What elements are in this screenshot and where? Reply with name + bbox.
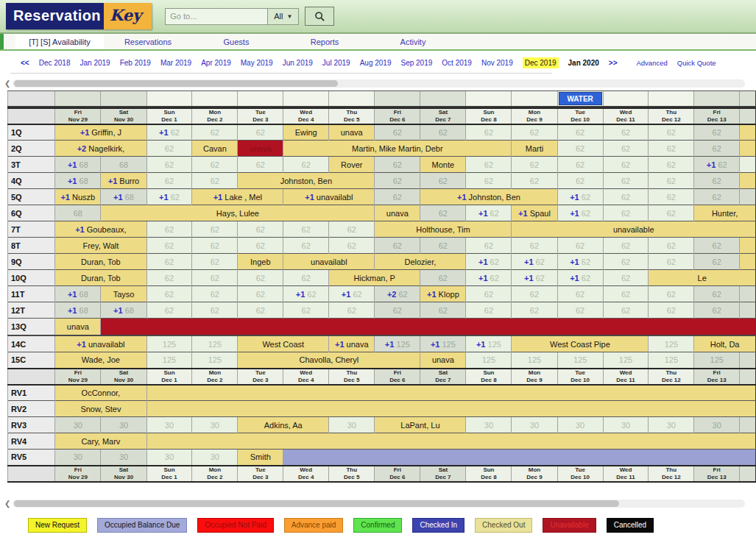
date-header-dec-13[interactable]: FriDec 13 [694, 108, 740, 124]
unit-label-14c[interactable]: 14C [8, 336, 55, 352]
date-header-dec-4[interactable]: WedDec 4 [283, 466, 329, 482]
rate-cell[interactable]: 62 [192, 302, 238, 319]
reservation-cell[interactable]: Cary, Marv [55, 433, 146, 450]
rate-cell[interactable]: 62 [420, 124, 466, 141]
reservation-cell[interactable]: +1 Burro [101, 173, 146, 189]
rate-cell[interactable]: 62 [146, 221, 192, 238]
date-header-dec-10[interactable]: TueDec 10 [557, 369, 603, 385]
rate-cell[interactable]: 62 [375, 189, 420, 205]
date-header-dec-3[interactable]: TueDec 3 [238, 108, 283, 124]
date-header-dec-7[interactable]: SatDec 7 [420, 466, 466, 482]
date-header-dec-9[interactable]: MonDec 9 [512, 466, 557, 482]
rate-cell[interactable]: 62 [466, 302, 512, 319]
reservation-cell[interactable]: +1 unavailabl [283, 189, 375, 205]
date-header-dec-7[interactable]: SatDec 7 [420, 108, 466, 124]
reservation-cell[interactable]: Rover [329, 157, 375, 173]
rate-cell[interactable]: 62 [238, 270, 283, 286]
date-header-dec-4[interactable]: WedDec 4 [283, 108, 329, 124]
unit-label-rv1[interactable]: RV1 [8, 385, 55, 401]
rate-cell[interactable]: 62 [649, 302, 694, 319]
rate-cell[interactable] [740, 157, 756, 173]
date-header-dec-6[interactable]: FriDec 6 [375, 466, 420, 482]
rate-cell[interactable]: 62 [192, 238, 238, 254]
rate-cell[interactable]: +1 125 [420, 336, 466, 352]
rate-cell[interactable]: 62 [466, 238, 512, 254]
rate-cell[interactable]: 62 [192, 173, 238, 189]
rate-cell[interactable]: 30 [55, 450, 101, 466]
rate-cell[interactable]: 62 [238, 238, 283, 254]
unit-label-11t[interactable]: 11T [8, 286, 55, 302]
rate-cell[interactable]: 62 [192, 124, 238, 141]
month-link-dec-2018[interactable]: Dec 2018 [39, 59, 71, 67]
date-header-dec-5[interactable]: ThuDec 5 [329, 466, 375, 482]
rate-cell[interactable]: 62 [649, 205, 694, 221]
rate-cell[interactable]: 62 [329, 221, 375, 238]
rate-cell[interactable]: 62 [466, 124, 512, 141]
rate-cell[interactable]: 62 [466, 286, 512, 302]
rate-cell[interactable]: 125 [649, 336, 694, 352]
reservation-cell[interactable]: West Coast Pipe [512, 336, 649, 352]
next-months-link[interactable]: >> [609, 59, 618, 67]
rate-cell[interactable]: 30 [466, 417, 512, 433]
unit-label-rv5[interactable]: RV5 [8, 450, 55, 466]
date-header-dec-5[interactable]: ThuDec 5 [329, 369, 375, 385]
reservation-cell[interactable]: West Coast [238, 336, 329, 352]
reservation-span[interactable] [740, 141, 756, 157]
rate-cell[interactable]: +1 62 [146, 189, 192, 205]
date-header-dec-3[interactable]: TueDec 3 [238, 369, 283, 385]
rate-cell[interactable]: +1 62 [466, 205, 512, 221]
date-header-dec-9[interactable]: MonDec 9 [512, 369, 557, 385]
search-input[interactable] [165, 8, 268, 25]
tab-t-s-availability[interactable]: [T] [S] Availability [15, 34, 104, 49]
date-header-dec-1[interactable]: SunDec 1 [146, 108, 192, 124]
rate-cell[interactable]: 62 [694, 302, 740, 319]
unit-label-12t[interactable]: 12T [8, 302, 55, 319]
date-header-dec-8[interactable]: SunDec 8 [466, 369, 512, 385]
date-header-dec-13[interactable]: FriDec 13 [694, 369, 740, 385]
reservation-cell[interactable]: Cavan [192, 141, 238, 157]
unit-label-9q[interactable]: 9Q [8, 254, 55, 270]
quick-quote-link[interactable]: Quick Quote [677, 59, 716, 67]
unit-label-2q[interactable]: 2Q [8, 141, 55, 157]
rate-cell[interactable]: 62 [375, 302, 420, 319]
rate-cell[interactable]: 62 [466, 173, 512, 189]
reservation-span[interactable] [146, 385, 755, 401]
rate-cell[interactable]: 62 [603, 302, 649, 319]
rate-cell[interactable]: +1 62 [512, 270, 557, 286]
rate-cell[interactable]: 62 [512, 124, 557, 141]
date-header-dec-7[interactable]: SatDec 7 [420, 369, 466, 385]
unit-label-10q[interactable]: 10Q [8, 270, 55, 286]
date-header-dec-11[interactable]: WedDec 11 [603, 369, 649, 385]
rate-cell[interactable]: +1 62 [694, 157, 740, 173]
rate-cell[interactable]: 30 [101, 450, 146, 466]
rate-cell[interactable]: 62 [375, 173, 420, 189]
date-header-nov-30[interactable]: SatNov 30 [101, 108, 146, 124]
bottom-scroll-track[interactable] [13, 500, 745, 508]
rate-cell[interactable]: 125 [603, 352, 649, 369]
rate-cell[interactable]: +1 62 [466, 270, 512, 286]
unavailable-span[interactable]: unava [238, 141, 283, 157]
scroll-left-arrow-icon[interactable]: ❮ [4, 500, 13, 508]
rate-cell[interactable]: 125 [694, 352, 740, 369]
rate-cell[interactable]: 62 [238, 157, 283, 173]
rate-cell[interactable]: 125 [192, 336, 238, 352]
reservation-cell[interactable]: unava [420, 352, 466, 369]
rate-cell[interactable]: 62 [420, 302, 466, 319]
date-header-nov-29[interactable]: FriNov 29 [55, 369, 101, 385]
rate-cell[interactable]: 125 [146, 336, 192, 352]
date-header-dec-11[interactable]: WedDec 11 [603, 108, 649, 124]
date-header-dec-6[interactable]: FriDec 6 [375, 369, 420, 385]
rate-cell[interactable]: 30 [603, 417, 649, 433]
reservation-cell[interactable]: Holthouse, Tim [375, 221, 512, 238]
rate-cell[interactable]: +1 68 [101, 189, 146, 205]
rate-cell[interactable]: 62 [603, 157, 649, 173]
rate-cell[interactable]: 30 [329, 417, 375, 433]
rate-cell[interactable]: 62 [649, 238, 694, 254]
tab-reservations[interactable]: Reservations [104, 34, 192, 49]
rate-cell[interactable]: 62 [146, 238, 192, 254]
reservation-cell[interactable]: +1 unava [329, 336, 375, 352]
rate-cell[interactable]: 62 [512, 157, 557, 173]
rate-cell[interactable]: 62 [557, 173, 603, 189]
rate-cell[interactable]: 30 [192, 417, 238, 433]
rate-cell[interactable]: 62 [603, 124, 649, 141]
